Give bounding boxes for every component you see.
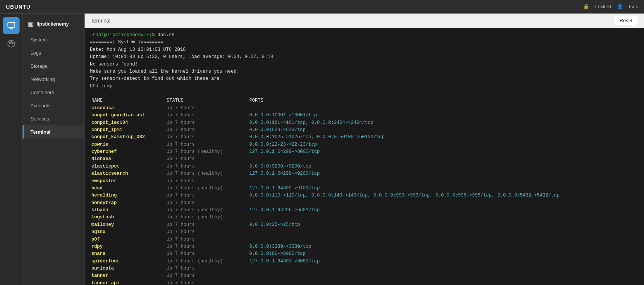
row-status: Up 7 hours	[165, 119, 248, 126]
nav-icon-terminal[interactable]	[3, 17, 20, 34]
nav-icon-palette[interactable]	[3, 35, 20, 52]
row-status: Up 7 hours (healthy)	[165, 185, 248, 192]
table-row: p0fUp 7 hours	[90, 236, 639, 243]
row-name: elasticsearch	[90, 170, 165, 177]
row-status: Up 7 hours	[165, 105, 248, 112]
row-status: Up 7 hours (healthy)	[165, 148, 248, 155]
row-name: conpot_guardian_ast	[90, 112, 165, 119]
col-header-status: STATUS	[165, 97, 248, 104]
table-row: honeytrapUp 7 hours	[90, 200, 639, 207]
table-row: spiderfootUp 7 hours (healthy)127.0.0.1:…	[90, 258, 639, 265]
row-name: logstash	[90, 214, 165, 221]
row-ports	[248, 214, 639, 221]
table-row: logstashUp 7 hours (healthy)	[90, 214, 639, 221]
topbar: UBUNTU 🔒 Locked 👤 tsec	[0, 0, 644, 14]
icon-sidebar	[0, 14, 23, 285]
row-name: p0f	[90, 236, 165, 243]
row-ports: 0.0.0.0:623->623/tcp	[248, 126, 639, 134]
hostname-label: lipstickenemy	[36, 21, 69, 27]
text-sidebar: ▣ lipstickenemy System Logs Storage Netw…	[23, 14, 85, 285]
row-status: Up 7 hours (healthy)	[165, 170, 248, 177]
row-name: nginx	[90, 229, 165, 236]
table-row: tannerUp 7 hours	[90, 272, 639, 279]
row-name: dionaea	[90, 155, 165, 163]
row-status: Up 7 hours	[165, 163, 248, 170]
row-name: tanner	[90, 272, 165, 279]
cpu-temp: CPU temp:	[90, 83, 639, 90]
row-status: Up 7 hours	[165, 155, 248, 163]
col-header-name: NAME	[90, 97, 165, 104]
terminal-header: Terminal Reset	[85, 14, 644, 28]
sidebar-item-system[interactable]: System	[23, 33, 84, 46]
row-status: Up 7 hours (healthy)	[165, 207, 248, 214]
row-status: Up 7 hours	[165, 280, 248, 285]
sidebar-item-services[interactable]: Services	[23, 112, 84, 125]
row-name: ciscoasa	[90, 105, 165, 112]
row-ports: 0.0.0.0:25->25/tcp	[248, 221, 639, 229]
row-ports	[248, 105, 639, 112]
reset-button[interactable]: Reset	[614, 16, 638, 25]
terminal-title: Terminal	[91, 18, 111, 24]
row-name: spiderfoot	[90, 258, 165, 265]
row-ports	[248, 229, 639, 236]
row-name: cowrie	[90, 141, 165, 148]
command-line: [root@lipstickenemy:~]$ dps.sh	[90, 32, 639, 39]
sidebar-item-networking[interactable]: Networking	[23, 73, 84, 86]
row-ports: 127.0.0.1:64299->8000/tcp	[248, 148, 639, 155]
row-ports	[248, 272, 639, 279]
row-ports	[248, 236, 639, 243]
date-line: Date: Mon Aug 13 10:01:03 UTC 2018	[90, 46, 639, 53]
locked-label: Locked	[595, 4, 611, 9]
table-row: dionaeaUp 7 hours	[90, 155, 639, 163]
row-status: Up 7 hours	[165, 272, 248, 279]
services-table: NAME STATUS PORTS ciscoasaUp 7 hoursconp…	[90, 97, 639, 285]
row-status: Up 7 hours	[165, 126, 248, 134]
table-header-row: NAME STATUS PORTS	[90, 97, 639, 104]
col-header-ports: PORTS	[248, 97, 639, 104]
row-name: conpot_iec104	[90, 119, 165, 126]
terminal-body[interactable]: [root@lipstickenemy:~]$ dps.sh ========|…	[85, 28, 644, 285]
sidebar-hostname: ▣ lipstickenemy	[23, 17, 84, 33]
table-row: cowrieUp 7 hours0.0.0.0:22-23->22-23/tcp	[90, 141, 639, 148]
row-name: suricata	[90, 265, 165, 272]
sensor3: Try sensors-detect to find out which the…	[90, 75, 639, 82]
svg-point-2	[9, 43, 10, 44]
sidebar-item-accounts[interactable]: Accounts	[23, 99, 84, 112]
table-row: kibanaUp 7 hours (healthy)127.0.0.1:6429…	[90, 207, 639, 214]
row-ports	[248, 155, 639, 163]
row-status: Up 7 hours	[165, 265, 248, 272]
uptime-line: Uptime: 10:01:03 up 6:33, 0 users, load …	[90, 53, 639, 61]
row-status: Up 7 hours	[165, 229, 248, 236]
row-ports	[248, 200, 639, 207]
row-status: Up 7 hours	[165, 192, 248, 199]
table-row: conpot_kamstrup_382Up 7 hours0.0.0.0:102…	[90, 134, 639, 141]
table-row: mailoneyUp 7 hours0.0.0.0:25->25/tcp	[90, 221, 639, 229]
row-ports: 0.0.0.0:1025->1025/tcp, 0.0.0.0:50100->5…	[248, 134, 639, 141]
row-status: Up 7 hours	[165, 200, 248, 207]
sensor2: Make sure you loaded all the kernel driv…	[90, 68, 639, 75]
row-ports: 0.0.0.0:22-23->22-23/tcp	[248, 141, 639, 148]
sidebar-item-storage[interactable]: Storage	[23, 59, 84, 73]
lock-icon: 🔒	[583, 4, 589, 9]
row-status: Up 7 hours	[165, 141, 248, 148]
row-ports: 127.0.0.1:64296->5601/tcp	[248, 207, 639, 214]
row-ports: 0.0.0.0:3389->3389/tcp	[248, 243, 639, 250]
sidebar-item-containers[interactable]: Containers	[23, 86, 84, 99]
row-ports: 0.0.0.0:80->8080/tcp	[248, 250, 639, 258]
row-status: Up 7 hours	[165, 221, 248, 229]
sidebar-item-logs[interactable]: Logs	[23, 46, 84, 59]
row-ports: 0.0.0.0:110->110/tcp, 0.0.0.0:143->143/t…	[248, 192, 639, 199]
main-content: Terminal Reset [root@lipstickenemy:~]$ d…	[85, 14, 644, 285]
row-ports	[248, 178, 639, 185]
user-label: tsec	[629, 4, 638, 9]
svg-point-3	[11, 41, 12, 43]
table-row: headUp 7 hours (healthy)127.0.0.1:64302-…	[90, 185, 639, 192]
row-ports: 0.0.0.0:161->161/tcp, 0.0.0.0:2404->2404…	[248, 119, 639, 126]
sidebar-item-terminal[interactable]: Terminal	[23, 125, 84, 139]
row-ports: 0.0.0.0:9200->9200/tcp	[248, 163, 639, 170]
row-name: elasticpot	[90, 163, 165, 170]
row-status: Up 7 hours	[165, 134, 248, 141]
row-name: mailoney	[90, 221, 165, 229]
table-row: heraldingUp 7 hours0.0.0.0:110->110/tcp,…	[90, 192, 639, 199]
row-name: conpot_kamstrup_382	[90, 134, 165, 141]
